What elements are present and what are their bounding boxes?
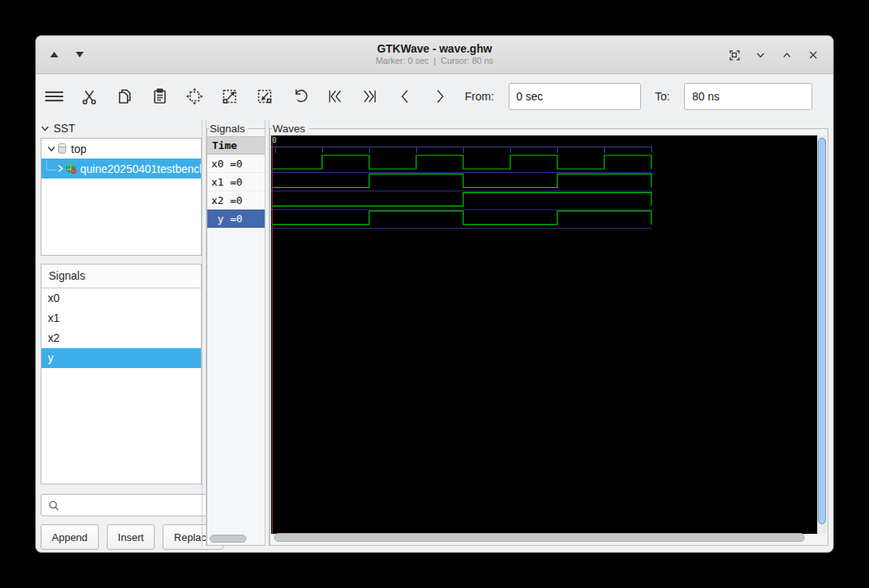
skip-to-end-button[interactable] [360, 86, 380, 107]
titlebar-text: GTKWave - wave.ghw Marker: 0 sec | Curso… [376, 42, 493, 67]
signal-item-x2[interactable]: x2 [41, 328, 201, 348]
copy-button[interactable] [114, 86, 135, 107]
waves-frame-label: Waves [272, 122, 309, 136]
fullscreen-button[interactable] [727, 48, 741, 62]
search-input[interactable] [60, 494, 207, 516]
expander-chevron-icon [41, 124, 49, 133]
chevron-up-icon [781, 49, 793, 61]
action-buttons: Append Insert Replace [41, 524, 223, 550]
from-input[interactable] [509, 83, 641, 110]
tree-branch-line [46, 160, 55, 171]
wave-trace-x2 [272, 193, 651, 206]
expander-open-icon[interactable] [45, 144, 57, 153]
main-content: SST top [36, 119, 833, 552]
signals-frame-label: Signals [209, 122, 248, 136]
close-button[interactable] [806, 48, 820, 62]
wave-trace-x1 [272, 174, 651, 187]
wave-canvas-svg: 0 [271, 135, 820, 534]
waves-pane: Waves 0 [269, 120, 828, 546]
expander-closed-icon[interactable] [55, 164, 65, 173]
from-label: From: [465, 90, 494, 103]
zoom-out-button[interactable] [254, 86, 275, 107]
clipboard-paste-icon [149, 86, 170, 107]
hamburger-menu-icon [44, 86, 65, 107]
tree-item-top[interactable]: top [41, 139, 201, 159]
chevron-down-icon [754, 49, 767, 61]
skip-to-start-button[interactable] [324, 86, 345, 107]
tree-item-testbench[interactable]: quine20250401testbench [41, 159, 201, 178]
shift-right-button[interactable] [430, 86, 450, 107]
wave-canvas[interactable]: 0 [271, 135, 820, 534]
insert-button[interactable]: Insert [107, 524, 155, 550]
cylinder-icon [57, 143, 68, 155]
wave-trace-y [272, 211, 651, 225]
fullscreen-icon [728, 49, 741, 61]
chevron-left-icon [395, 86, 415, 107]
desktop: { "titlebar": { "title": "GTKWave - wave… [0, 0, 869, 588]
signals-frame: Signals Time x0 =0 x1 =0 x2 =0 y =0 [206, 128, 265, 546]
module-icon [65, 163, 77, 174]
gtkwave-window: GTKWave - wave.ghw Marker: 0 sec | Curso… [35, 35, 834, 553]
sst-tree: top quine20250401testbench [41, 138, 202, 256]
signal-item-x1[interactable]: x1 [41, 308, 201, 328]
signal-value-row-y[interactable]: y =0 [207, 210, 265, 228]
signal-value-row-x0[interactable]: x0 =0 [207, 155, 265, 173]
titlebar[interactable]: GTKWave - wave.ghw Marker: 0 sec | Curso… [36, 36, 833, 74]
close-icon [807, 49, 820, 61]
time-column-header[interactable]: Time [207, 136, 265, 155]
signals-values-pane: Signals Time x0 =0 x1 =0 x2 =0 y =0 [206, 120, 265, 546]
scrollbar-thumb[interactable] [274, 533, 804, 542]
shade-up-icon[interactable] [50, 52, 58, 57]
paste-button[interactable] [149, 86, 170, 107]
toolbar: From: To: [36, 74, 833, 118]
time-origin-label: 0 [273, 136, 277, 144]
sst-expander[interactable]: SST [41, 120, 202, 136]
marker-cursor-status: Marker: 0 sec | Cursor: 80 ns [376, 56, 493, 67]
waves-hscrollbar[interactable] [271, 533, 816, 542]
maximize-button[interactable] [780, 48, 794, 62]
reload-icon [832, 86, 834, 107]
waves-vscrollbar[interactable] [817, 135, 827, 534]
wave-trace-x0 [272, 155, 651, 169]
chevron-right-icon [430, 86, 450, 107]
zoom-fit-icon [184, 86, 205, 107]
skip-start-icon [324, 86, 345, 107]
scrollbar-thumb[interactable] [818, 138, 826, 524]
tree-item-label: quine20250401testbench [81, 163, 201, 175]
undo-button[interactable] [289, 86, 310, 107]
to-input[interactable] [684, 83, 812, 110]
window-title: GTKWave - wave.ghw [376, 42, 493, 57]
zoom-fit-button[interactable] [184, 86, 205, 107]
scrollbar-thumb[interactable] [210, 535, 246, 543]
zoom-in-button[interactable] [219, 86, 240, 107]
signal-item-x0[interactable]: x0 [41, 288, 201, 308]
cut-button[interactable] [79, 86, 100, 107]
reload-button[interactable] [832, 86, 834, 107]
minimize-button[interactable] [753, 48, 768, 62]
signal-item-y[interactable]: y [41, 348, 201, 368]
signal-value-row-x1[interactable]: x1 =0 [207, 173, 265, 191]
search-icon [48, 500, 60, 512]
tree-item-label: top [71, 143, 86, 155]
to-label: To: [655, 90, 670, 103]
scissors-icon [79, 86, 100, 107]
shift-left-button[interactable] [395, 86, 415, 107]
shade-down-icon[interactable] [76, 52, 84, 57]
sst-label: SST [53, 122, 75, 135]
signal-value-row-x2[interactable]: x2 =0 [207, 191, 265, 210]
zoom-in-icon [219, 86, 240, 107]
signal-browser: Signals x0 x1 x2 y [41, 264, 202, 484]
zoom-out-icon [254, 86, 275, 107]
undo-arrow-icon [289, 86, 310, 107]
signals-hscrollbar[interactable] [210, 535, 261, 543]
append-button[interactable]: Append [41, 524, 99, 550]
copy-icon [114, 86, 135, 107]
sst-pane: SST top [41, 120, 202, 548]
signal-browser-header: Signals [41, 265, 201, 288]
waves-frame: Waves 0 [269, 128, 828, 546]
skip-end-icon [360, 86, 380, 107]
menu-button[interactable] [44, 86, 65, 107]
signal-search[interactable] [41, 494, 208, 516]
